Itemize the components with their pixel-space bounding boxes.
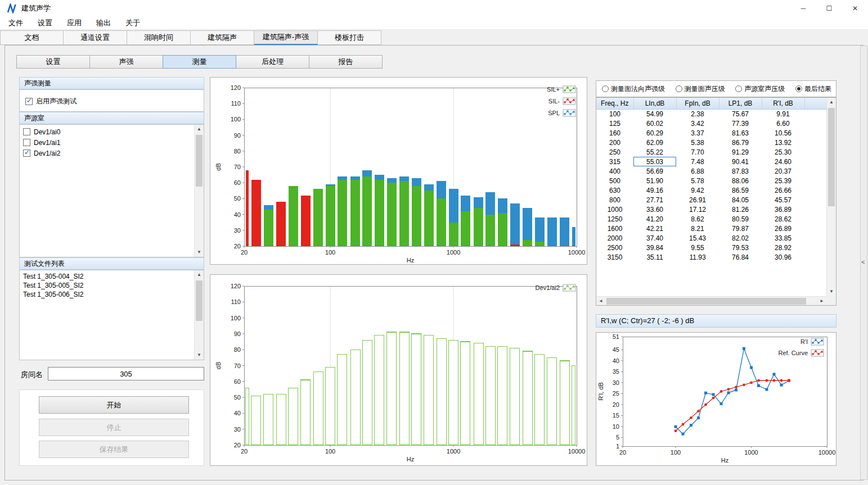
table-cell[interactable]: 1250 — [596, 214, 633, 224]
table-cell[interactable]: 3150 — [596, 252, 633, 262]
table-row[interactable]: 200037.4015.4382.0233.85 — [596, 233, 827, 243]
table-vertical-scrollbar[interactable]: ▲ ▼ — [826, 98, 836, 296]
minimize-button[interactable]: ─ — [790, 0, 816, 17]
enable-si-checkbox[interactable]: ✓ — [25, 98, 33, 105]
channel-checkbox[interactable]: ✓ — [23, 149, 30, 157]
file-list-item[interactable]: Test 1_305-004_SI2 — [20, 272, 194, 281]
table-cell[interactable]: 86.59 — [719, 185, 762, 195]
table-cell[interactable]: 17.12 — [676, 205, 719, 214]
table-cell[interactable]: 9.91 — [762, 109, 804, 119]
table-cell[interactable]: 81.26 — [719, 205, 762, 214]
radio-option[interactable]: 声源室声压级 — [735, 84, 785, 94]
table-cell[interactable]: 6.88 — [676, 166, 719, 176]
table-cell[interactable]: 800 — [596, 195, 633, 205]
scroll-down-icon[interactable]: ▼ — [827, 287, 836, 296]
menu-item[interactable]: 关于 — [118, 17, 147, 29]
table-cell[interactable]: 86.79 — [719, 138, 762, 147]
table-cell[interactable]: 55.03 — [633, 157, 676, 166]
table-cell[interactable]: 55.22 — [633, 147, 676, 157]
main-tab[interactable]: 通道设置 — [64, 30, 127, 45]
close-button[interactable]: ✕ — [842, 0, 868, 17]
table-cell[interactable]: 2.38 — [676, 109, 719, 119]
channel-row[interactable]: ✓Dev1/ai2 — [20, 148, 194, 158]
table-cell[interactable]: 26.89 — [762, 224, 804, 233]
table-cell[interactable]: 8.62 — [676, 214, 719, 224]
table-cell[interactable]: 11.93 — [676, 252, 719, 262]
table-cell[interactable]: 91.29 — [719, 147, 762, 157]
table-cell[interactable]: 315 — [596, 157, 633, 166]
scroll-thumb[interactable] — [828, 108, 835, 206]
scroll-right-icon[interactable]: ► — [817, 297, 826, 306]
channel-row[interactable]: Dev1/ai0 — [20, 126, 194, 137]
channel-checkbox[interactable] — [23, 139, 30, 146]
table-cell[interactable]: 3.42 — [676, 119, 719, 128]
radio-option[interactable]: 最后结果 — [795, 84, 831, 94]
main-tab[interactable]: 建筑隔声 — [191, 30, 254, 45]
main-tab[interactable]: 楼板打击 — [318, 30, 381, 45]
table-cell[interactable]: 51.90 — [633, 176, 676, 185]
scroll-down-icon[interactable]: ▼ — [195, 351, 204, 360]
table-row[interactable]: 16060.293.3781.6310.56 — [596, 128, 827, 138]
scroll-up-icon[interactable]: ▲ — [195, 270, 204, 279]
table-cell[interactable]: 33.85 — [762, 233, 804, 243]
table-cell[interactable]: 9.42 — [676, 185, 719, 195]
table-cell[interactable]: 7.70 — [676, 147, 719, 157]
table-cell[interactable]: 3.37 — [676, 128, 719, 138]
room-name-input[interactable] — [48, 367, 204, 380]
radio-icon[interactable] — [676, 85, 682, 92]
sub-tab[interactable]: 报告 — [309, 55, 383, 69]
table-cell[interactable]: 45.57 — [762, 195, 804, 205]
table-cell[interactable]: 76.84 — [719, 252, 762, 262]
file-list-item[interactable]: Test 1_305-005_SI2 — [20, 281, 194, 290]
table-cell[interactable]: 82.02 — [719, 233, 762, 243]
table-cell[interactable]: 20.37 — [762, 166, 804, 176]
table-cell[interactable]: 13.92 — [762, 138, 804, 147]
table-cell[interactable]: 2000 — [596, 233, 633, 243]
table-horizontal-scrollbar[interactable]: ◄ ► — [596, 296, 826, 305]
table-cell[interactable]: 88.06 — [719, 176, 762, 185]
table-row[interactable]: 20062.095.3886.7913.92 — [596, 138, 827, 147]
channel-row[interactable]: Dev1/ai1 — [20, 137, 194, 148]
table-row[interactable]: 80027.7126.9184.0545.57 — [596, 195, 827, 205]
table-cell[interactable]: 2500 — [596, 243, 633, 252]
table-cell[interactable]: 87.83 — [719, 166, 762, 176]
table-cell[interactable]: 79.53 — [719, 243, 762, 252]
table-cell[interactable]: 54.99 — [633, 109, 676, 119]
table-cell[interactable]: 8.21 — [676, 224, 719, 233]
table-cell[interactable]: 56.69 — [633, 166, 676, 176]
scroll-down-icon[interactable]: ▼ — [195, 248, 204, 257]
table-cell[interactable]: 125 — [596, 119, 633, 128]
table-cell[interactable]: 27.71 — [633, 195, 676, 205]
table-cell[interactable]: 400 — [596, 166, 633, 176]
table-cell[interactable]: 30.96 — [762, 252, 804, 262]
table-cell[interactable]: 200 — [596, 138, 633, 147]
table-row[interactable]: 63049.169.4286.5926.66 — [596, 185, 827, 195]
table-cell[interactable]: 9.55 — [676, 243, 719, 252]
menu-item[interactable]: 文件 — [1, 17, 30, 29]
table-cell[interactable]: 79.87 — [719, 224, 762, 233]
radio-option[interactable]: 测量面声压级 — [676, 84, 725, 94]
table-cell[interactable]: 100 — [596, 109, 633, 119]
table-row[interactable]: 10054.992.3875.679.91 — [596, 109, 827, 119]
table-cell[interactable]: 42.21 — [633, 224, 676, 233]
table-cell[interactable]: 26.91 — [676, 195, 719, 205]
table-cell[interactable]: 77.39 — [719, 119, 762, 128]
table-cell[interactable]: 33.60 — [633, 205, 676, 214]
table-row[interactable]: 100033.6017.1281.2636.89 — [596, 205, 827, 214]
file-list-scrollbar[interactable]: ▲ ▼ — [194, 270, 204, 360]
stop-button[interactable]: 停止 — [39, 419, 189, 436]
scroll-thumb[interactable] — [606, 298, 806, 305]
panel-collapse-handle[interactable]: < — [860, 46, 867, 480]
sub-tab[interactable]: 后处理 — [236, 55, 309, 69]
table-row[interactable]: 12560.023.4277.396.60 — [596, 119, 827, 128]
table-cell[interactable]: 15.43 — [676, 233, 719, 243]
table-cell[interactable]: 80.59 — [719, 214, 762, 224]
main-tab[interactable]: 文档 — [0, 30, 64, 45]
table-cell[interactable]: 28.62 — [762, 214, 804, 224]
table-cell[interactable]: 250 — [596, 147, 633, 157]
radio-icon[interactable] — [795, 85, 802, 92]
table-cell[interactable]: 7.48 — [676, 157, 719, 166]
sub-tab[interactable]: 设置 — [16, 55, 90, 69]
table-cell[interactable]: 1600 — [596, 224, 633, 233]
table-cell[interactable]: 24.60 — [762, 157, 804, 166]
